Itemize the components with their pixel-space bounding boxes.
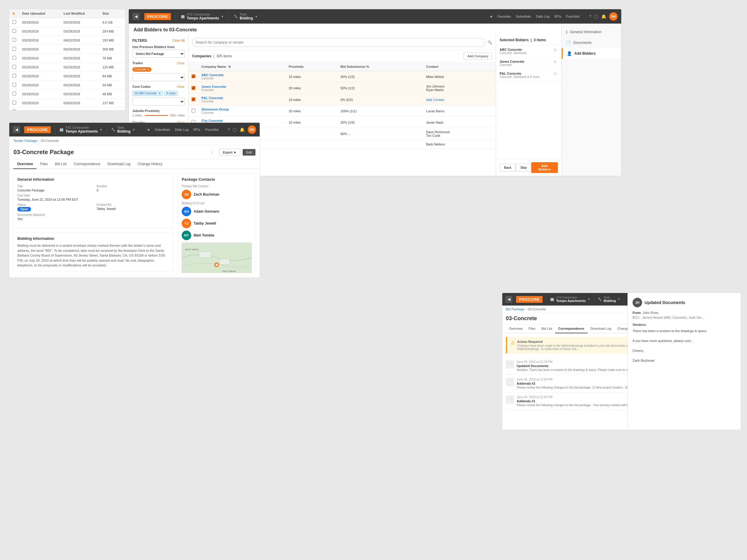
file-checkbox[interactable] (9, 36, 19, 45)
sidebar-item[interactable]: ℹGeneral Information (562, 27, 621, 37)
remove-selected-icon[interactable]: ✕ (552, 72, 558, 76)
tab-files[interactable]: Files (36, 159, 51, 169)
back-button[interactable]: Back (499, 164, 516, 171)
user-avatar[interactable]: RB (609, 12, 618, 21)
bai-tab-download-log[interactable]: Download Log (588, 324, 614, 333)
project-dropdown-icon[interactable]: ▼ (221, 15, 224, 18)
primary-contact-avatar: ZB (182, 190, 191, 199)
breadcrumb-parent[interactable]: Tender Package (14, 139, 37, 142)
date-uploaded-col[interactable]: Date Uploaded (19, 9, 61, 18)
bai-project-dropdown[interactable]: ▼ (588, 298, 590, 301)
concrete-nav-daily[interactable]: Daily Log (175, 128, 188, 131)
remove-concrete-tag[interactable]: ✕ (147, 68, 150, 71)
cost-codes-clear[interactable]: Clear (177, 85, 185, 88)
tab-bid-list[interactable]: Bid List (51, 159, 70, 169)
nav-back-button[interactable]: ◀ (132, 13, 139, 20)
file-checkbox[interactable] (9, 108, 19, 111)
bai-tab-correspondence[interactable]: Correspondence (555, 324, 587, 333)
tab-correspondence[interactable]: Correspondence (70, 159, 104, 169)
skip-button[interactable]: Skip (516, 164, 531, 171)
building-icon: 🏢 (181, 15, 185, 19)
concrete-nav-rfis[interactable]: RFIs (193, 128, 200, 131)
remove-selected-icon[interactable]: ✕ (552, 60, 558, 64)
bell-icon[interactable]: 🔔 (601, 14, 606, 19)
concrete-tools-dropdown[interactable]: ▼ (132, 128, 135, 131)
file-checkbox[interactable] (9, 72, 19, 81)
file-size: 94.3 GB (100, 108, 125, 111)
proximity-cell (286, 140, 337, 149)
concrete-nav-project: 🏢 XYZ Construction Tempo Apartments ▼ (59, 126, 102, 134)
bai-tab-overview[interactable]: Overview (506, 324, 525, 333)
concrete-body: General Information Title Concrete Packa… (9, 169, 260, 273)
bai-tab-bid-list[interactable]: Bid List (538, 324, 555, 333)
nav-rfis[interactable]: RFIs (554, 15, 561, 18)
tab-download-log[interactable]: Download Log (104, 159, 134, 169)
sidebar-item[interactable]: 👤Add Bidders (562, 48, 621, 59)
bai-tools-dropdown[interactable]: ▼ (618, 298, 620, 301)
row-checkbox[interactable] (188, 94, 199, 105)
corr-text: Please review the following changes to t… (517, 403, 637, 407)
proximity-slider[interactable]: 1 miles 500+ miles (132, 114, 185, 117)
concrete-circle-icon[interactable]: ◯ (233, 128, 237, 132)
circle-icon[interactable]: ◯ (594, 14, 598, 19)
concrete-nav-submittals[interactable]: Submittals (155, 128, 170, 131)
sidebar-item[interactable]: 📄Documents (562, 37, 621, 48)
tools-icon: 🔧 (234, 15, 238, 19)
cost-codes-select[interactable] (132, 98, 185, 105)
add-company-button[interactable]: Add Company (463, 53, 492, 60)
file-checkbox[interactable] (9, 54, 19, 63)
export-button[interactable]: Export ▼ (219, 149, 240, 156)
tab-overview[interactable]: Overview (14, 159, 36, 169)
last-modified-col[interactable]: Last Modified (61, 9, 100, 18)
row-checkbox[interactable] (188, 105, 199, 117)
last-modified: 03/29/2018 (61, 54, 100, 63)
company-search-input[interactable] (192, 38, 485, 47)
proximity-col[interactable]: Proximity (286, 62, 337, 71)
row-checkbox[interactable] (188, 71, 199, 82)
contact-col[interactable]: Contact (423, 62, 496, 71)
concrete-package-panel: ◀ PROCORE 🏢 XYZ Construction Tempo Apart… (9, 123, 260, 278)
edit-button[interactable]: Edit (242, 149, 256, 156)
concrete-bell-icon[interactable]: 🔔 (240, 127, 245, 132)
concrete-nav-punchlist[interactable]: Punchlist (205, 128, 219, 131)
company-name-col[interactable]: Company Name ⇅ (199, 62, 286, 71)
bai-breadcrumb-parent[interactable]: Bid Package (506, 307, 524, 311)
bai-nav-back[interactable]: ◀ (505, 296, 512, 303)
concrete-help-icon[interactable]: ? (227, 127, 230, 132)
three-dots-icon[interactable]: ⋮ (208, 148, 216, 156)
add-contact-link[interactable]: Add Contact (426, 98, 444, 102)
concrete-project-dropdown[interactable]: ▼ (100, 128, 102, 131)
size-col[interactable]: Size (100, 9, 125, 18)
nav-submittals[interactable]: Submittals (516, 15, 531, 18)
help-icon[interactable]: ? (589, 14, 591, 19)
nav-daily-log[interactable]: Daily Log (536, 15, 549, 18)
file-checkbox[interactable] (9, 81, 19, 89)
bai-tab-files[interactable]: Files (525, 324, 538, 333)
file-checkbox[interactable] (9, 99, 19, 108)
sort-col[interactable]: ⇅ (9, 9, 19, 18)
title-actions: ⋮ Export ▼ Edit (208, 148, 256, 156)
remove-selected-icon[interactable]: ✕ (552, 48, 558, 52)
trades-select[interactable] (132, 74, 185, 81)
tab-change-history[interactable]: Change History (134, 159, 166, 169)
clear-all-button[interactable]: Clear All (173, 38, 185, 43)
file-checkbox[interactable] (9, 63, 19, 72)
file-checkbox[interactable] (9, 18, 19, 27)
concrete-nav-back[interactable]: ◀ (13, 126, 20, 133)
file-checkbox[interactable] (9, 27, 19, 36)
file-checkbox[interactable] (9, 89, 19, 99)
nav-punchlist[interactable]: Punchlist (566, 15, 580, 18)
corr-date: June 04, 2018 at 12:34 PM (517, 360, 631, 364)
row-checkbox[interactable] (188, 82, 199, 94)
cost-code-tag2: 4 more (164, 91, 178, 96)
file-checkbox[interactable] (9, 45, 19, 54)
previous-bidders-select[interactable]: Select Bid Package (132, 50, 185, 58)
bid-submission-col[interactable]: Bid Submission % (337, 62, 423, 71)
trades-clear[interactable]: Clear (177, 61, 185, 65)
bai-building-icon: 🏢 (550, 297, 554, 301)
tools-dropdown-icon[interactable]: ▼ (255, 15, 258, 18)
concrete-user-avatar[interactable]: RB (248, 126, 256, 134)
remove-cost-code1[interactable]: ✕ (158, 92, 161, 95)
bid-pct-cell: 60% ... (337, 128, 423, 140)
add-bidders-button[interactable]: Add Bidders (531, 162, 558, 173)
